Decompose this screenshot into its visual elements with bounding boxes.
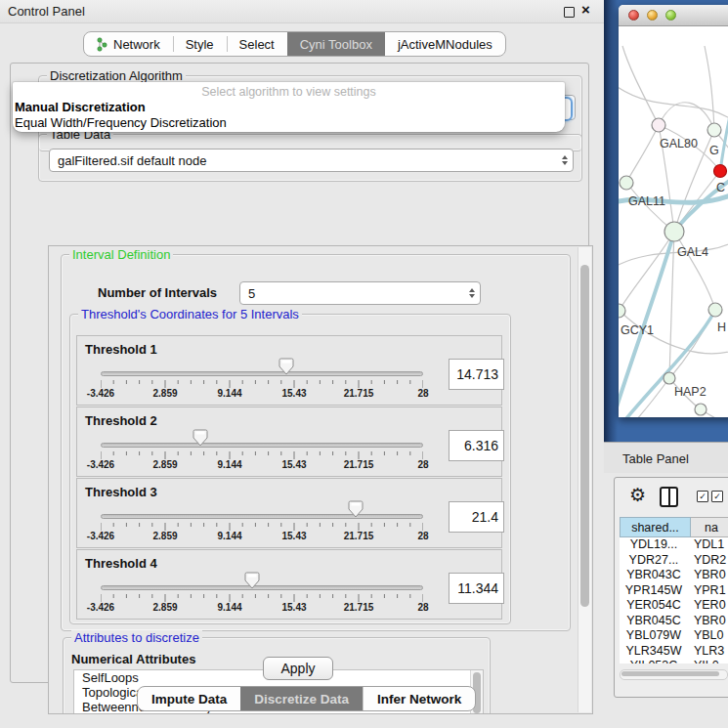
slider-thumb[interactable] [278, 358, 294, 375]
table-row[interactable]: YIL053CYIL0 [620, 659, 728, 664]
cell-name[interactable]: YIL0 [688, 659, 728, 664]
slider-thumb[interactable] [193, 429, 208, 447]
cell-name[interactable]: YBR0 [688, 614, 728, 629]
cell-shared-name[interactable]: YBL079W [620, 628, 688, 644]
table-data-value: galFiltered.sif default node [58, 153, 206, 168]
network-node[interactable] [714, 165, 727, 178]
dropdown-option-equal-width[interactable]: Equal Width/Frequency Discretization [15, 115, 227, 130]
apply-button[interactable]: Apply [263, 657, 333, 680]
tab-jactivemnodules[interactable]: jActiveMNodules [385, 32, 505, 56]
network-canvas[interactable]: GAL80GCGAL11GAL4GCY1HHAP2 [619, 26, 728, 417]
network-node[interactable] [708, 303, 722, 317]
apply-button-label: Apply [280, 661, 315, 676]
table-data-select[interactable]: galFiltered.sif default node [49, 149, 574, 172]
cell-name[interactable]: YDL1 [688, 537, 728, 553]
threshold-label: Threshold 4 [85, 556, 157, 571]
tab-cyni-toolbox[interactable]: Cyni Toolbox [287, 32, 385, 56]
tab-infer-network[interactable]: Infer Network [363, 687, 475, 710]
slider-track[interactable] [101, 443, 423, 448]
close-traffic-light-icon[interactable] [628, 10, 639, 21]
network-node[interactable] [652, 118, 665, 132]
thresholds-group: Threshold's Coordinates for 5 Intervals … [69, 314, 511, 624]
network-window-titlebar[interactable] [619, 5, 728, 26]
settings-vertical-scrollbar[interactable] [578, 247, 591, 712]
tick-label: 15.43 [281, 388, 306, 399]
table-row[interactable]: YER054CYER0 [620, 598, 728, 614]
checkbox-icon[interactable]: ✓ [697, 491, 708, 502]
table-horizontal-scrollbar[interactable] [620, 669, 728, 680]
dropdown-option-manual[interactable]: Manual Discretization [15, 100, 146, 114]
slider-thumb[interactable] [348, 500, 364, 518]
node-label: GCY1 [621, 323, 654, 337]
tab-impute-data[interactable]: Impute Data [138, 687, 240, 710]
cell-name[interactable]: YPR1 [688, 583, 728, 599]
tab-select[interactable]: Select [227, 32, 287, 56]
table-row[interactable]: YBR043CYBR0 [620, 568, 728, 583]
table-row[interactable]: YLR345WYLR3 [620, 644, 728, 660]
cell-shared-name[interactable]: YIL053C [620, 659, 688, 664]
threshold-label: Threshold 2 [85, 413, 157, 428]
scrollbar-thumb[interactable] [580, 265, 589, 607]
cell-name[interactable]: YLR3 [688, 644, 728, 660]
network-node[interactable] [707, 123, 721, 137]
close-icon[interactable]: × [581, 1, 590, 18]
tick-label: 15.43 [281, 531, 306, 541]
table-row[interactable]: YDL19...YDL1 [620, 537, 728, 553]
tab-style[interactable]: Style [173, 32, 227, 56]
cell-shared-name[interactable]: YBR045C [620, 614, 688, 629]
threshold-value-field[interactable]: 11.344 [449, 573, 504, 604]
float-window-icon[interactable] [564, 7, 575, 18]
slider-track[interactable] [101, 585, 423, 590]
tick-label: 15.43 [281, 459, 306, 470]
tick-label: 2.859 [152, 602, 177, 613]
stepper-arrows-icon[interactable] [562, 155, 568, 165]
cell-shared-name[interactable]: YLR345W [620, 644, 688, 660]
gear-icon[interactable]: ⚙ [629, 486, 646, 504]
tab-discretize-data[interactable]: Discretize Data [240, 687, 363, 710]
number-of-intervals-select[interactable]: 5 [239, 281, 481, 305]
column-header-name[interactable]: na [691, 517, 728, 537]
table-row[interactable]: YDR27...YDR2 [620, 553, 728, 569]
cell-shared-name[interactable]: YDL19... [620, 537, 688, 553]
slider-tick-labels: -3.4262.8599.14415.4321.71528 [101, 602, 423, 614]
column-header-shared-name[interactable]: shared... [620, 517, 691, 537]
cell-shared-name[interactable]: YBR043C [620, 568, 688, 583]
tab-label: jActiveMNodules [398, 37, 492, 52]
minimize-traffic-light-icon[interactable] [647, 10, 658, 21]
network-node[interactable] [664, 222, 684, 241]
cell-name[interactable]: YER0 [688, 598, 728, 614]
tick-label: 28 [417, 388, 428, 399]
slider-thumb[interactable] [244, 572, 260, 589]
tab-network[interactable]: Network [84, 32, 173, 56]
network-node[interactable] [620, 176, 633, 190]
network-node[interactable] [664, 372, 675, 384]
threshold-value-field[interactable]: 6.316 [449, 430, 504, 461]
table-row[interactable]: YPR145WYPR1 [620, 583, 728, 599]
cell-shared-name[interactable]: YPR145W [620, 583, 688, 599]
slider-track[interactable] [101, 514, 423, 519]
checkbox-icon[interactable]: ✓ [711, 491, 723, 502]
control-panel-titlebar[interactable]: Control Panel × [0, 0, 604, 23]
cell-name[interactable]: YBR0 [688, 568, 728, 583]
network-view-window[interactable]: GAL80GCGAL11GAL4GCY1HHAP2 [619, 5, 728, 417]
table-panel-header[interactable]: Table Panel [604, 442, 728, 475]
table-panel-title: Table Panel [622, 451, 689, 466]
cell-name[interactable]: YDR2 [688, 553, 728, 569]
node-label: C [716, 181, 725, 194]
table-row[interactable]: YBL079WYBL0 [620, 628, 728, 644]
threshold-2-section: Threshold 2-3.4262.8599.14415.4321.71528… [76, 407, 502, 477]
stepper-arrows-icon[interactable] [469, 288, 475, 298]
slider-track[interactable] [101, 371, 423, 376]
cell-name[interactable]: YBL0 [688, 628, 728, 644]
zoom-traffic-light-icon[interactable] [665, 10, 676, 21]
dropdown-placeholder-option[interactable]: Select algorithm to view settings [13, 85, 565, 99]
table-row[interactable]: YBR045CYBR0 [620, 614, 728, 629]
cell-shared-name[interactable]: YER054C [620, 598, 688, 614]
threshold-value-field[interactable]: 14.713 [449, 359, 504, 390]
network-node[interactable] [695, 404, 707, 415]
scrollbar-thumb[interactable] [621, 671, 719, 676]
node-label: GAL4 [677, 245, 708, 259]
threshold-value-field[interactable]: 21.4 [449, 501, 504, 533]
cell-shared-name[interactable]: YDR27... [620, 553, 688, 569]
split-columns-icon[interactable] [660, 487, 678, 507]
